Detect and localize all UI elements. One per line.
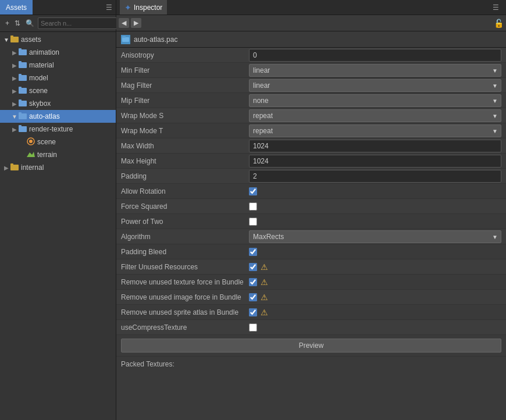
tree-item-label: assets [21,35,41,44]
prop-label-mip_filter: Mip Filter [121,97,249,105]
file-name: auto-atlas.pac [134,35,177,44]
prop-input-padding[interactable] [249,170,501,183]
tree-arrow[interactable]: ▶ [2,165,10,171]
tree-arrow[interactable]: ▶ [10,75,19,81]
prop-checkbox-force_squared[interactable] [249,202,257,211]
tree-item-scene[interactable]: ▶scene [0,84,116,97]
tree-item-render-texture[interactable]: ▶render-texture [0,123,116,136]
prop-select-algorithm[interactable]: MaxRectsGuillotine [249,230,501,243]
tree-item-label: material [29,61,54,69]
prop-select-wrap-wrap_mode_s: repeatclamp-to-edgemirrored-repeat▼ [249,109,501,122]
prop-label-remove_texture: Remove unused texture force in Bundle [121,278,249,286]
prop-value-wrap_mode_t: repeatclamp-to-edgemirrored-repeat▼ [249,124,501,137]
prop-row-remove_image: Remove unused image force in Bundle⚠ [116,290,506,305]
svg-rect-9 [19,87,22,89]
add-asset-button[interactable]: + [3,18,11,29]
inspector-tab[interactable]: ✦ Inspector [120,0,167,15]
folder-icon [19,74,27,83]
tree-arrow[interactable]: ▼ [2,37,10,43]
prop-checkbox-allow_rotation[interactable] [249,187,257,195]
inspector-nav: ◀ ▶ 🔓 [116,15,506,31]
lock-button[interactable]: 🔓 [494,19,504,28]
tree-arrow[interactable]: ▶ [10,62,19,69]
svg-rect-7 [19,74,22,76]
tree-arrow[interactable]: ▶ [10,88,19,94]
prop-select-min_filter[interactable]: linearnearestnearest-mip-nearestlinear-m… [249,64,501,77]
assets-toolbar: + ⇅ 🔍 ⊞ ↻ [0,15,116,32]
sort-button[interactable]: ⇅ [13,18,22,29]
tree-arrow[interactable]: ▶ [10,49,19,56]
inspector-tab-label: Inspector [134,3,162,12]
preview-button[interactable]: Preview [121,339,501,353]
svg-rect-15 [19,125,22,127]
prop-input-max_width[interactable] [249,140,501,152]
prop-label-compress_texture: useCompressTexture [121,323,249,332]
svg-rect-20 [10,163,13,166]
assets-panel-menu[interactable]: ☰ [102,3,116,12]
svg-point-17 [29,140,33,143]
prop-select-wrap_mode_s[interactable]: repeatclamp-to-edgemirrored-repeat [249,109,501,122]
nav-forward-button[interactable]: ▶ [131,18,141,28]
tree-arrow[interactable]: ▶ [10,101,19,107]
file-info-bar: auto-atlas.pac [116,31,506,48]
folder-icon [19,48,27,57]
warning-icon-remove_texture: ⚠ [261,277,268,287]
prop-label-max_height: Max Height [121,157,249,165]
prop-checkbox-remove_image[interactable] [249,293,257,301]
prop-label-remove_sprite: Remove unused sprite atlas in Bundle [121,308,249,316]
tree-item-model[interactable]: ▶model [0,72,116,84]
tree-item-internal[interactable]: ▶internal [0,161,116,174]
prop-checkbox-compress_texture[interactable] [249,323,257,332]
folder-icon [19,61,27,70]
prop-row-filter_unused: Filter Unused Resources⚠ [116,259,506,275]
prop-row-max_width: Max Width [116,138,506,154]
search-input[interactable] [38,17,124,29]
prop-label-min_filter: Min Filter [121,66,249,74]
svg-rect-3 [19,48,22,51]
prop-select-mag_filter[interactable]: linearnearest [249,79,501,92]
prop-label-padding_bleed: Padding Bleed [121,248,249,256]
prop-value-padding_bleed [249,248,501,256]
tree-item-label: skybox [29,99,51,108]
prop-label-power_of_two: Power of Two [121,218,249,226]
prop-row-allow_rotation: Allow Rotation [116,184,506,199]
tree-item-scene2[interactable]: scene [0,136,116,148]
tree-item-skybox[interactable]: ▶skybox [0,97,116,110]
prop-checkbox-power_of_two[interactable] [249,218,257,226]
prop-row-remove_sprite: Remove unused sprite atlas in Bundle⚠ [116,305,506,320]
assets-tab[interactable]: Assets [0,0,33,15]
nav-back-button[interactable]: ◀ [119,18,129,28]
prop-checkbox-remove_sprite[interactable] [249,308,257,316]
prop-value-allow_rotation [249,187,501,195]
folder-icon [19,112,27,121]
tree-item-label: scene [37,138,56,146]
prop-checkbox-remove_texture[interactable] [249,278,257,286]
tree-arrow[interactable]: ▶ [10,126,19,133]
warning-icon-remove_sprite: ⚠ [261,308,268,317]
prop-select-mip_filter[interactable]: nonenearestlinear [249,94,501,107]
prop-checkbox-filter_unused[interactable] [249,263,257,271]
prop-label-algorithm: Algorithm [121,233,249,241]
prop-input-anisotropy[interactable] [249,49,501,62]
prop-select-wrap-min_filter: linearnearestnearest-mip-nearestlinear-m… [249,64,501,77]
tree-item-terrain[interactable]: terrain [0,148,116,161]
tree-item-assets[interactable]: ▼assets [0,33,116,46]
prop-input-max_height[interactable] [249,155,501,168]
prop-value-power_of_two [249,218,501,226]
prop-row-padding_bleed: Padding Bleed [116,244,506,259]
inspector-header: ✦ Inspector ☰ [116,0,506,15]
svg-rect-11 [19,99,22,102]
tree-item-animation[interactable]: ▶animation [0,46,116,59]
tree-item-label: render-texture [29,125,73,133]
prop-checkbox-padding_bleed[interactable] [249,248,257,256]
prop-select-wrap_mode_t[interactable]: repeatclamp-to-edgemirrored-repeat [249,124,501,137]
folder-icon [19,125,27,134]
prop-value-wrap_mode_s: repeatclamp-to-edgemirrored-repeat▼ [249,109,501,122]
tree-arrow[interactable]: ▼ [10,113,19,120]
search-toggle-button[interactable]: 🔍 [24,18,36,29]
inspector-menu[interactable]: ☰ [489,3,503,12]
prop-value-anisotropy [249,49,501,62]
prop-value-force_squared [249,202,501,211]
tree-item-material[interactable]: ▶material [0,59,116,72]
tree-item-auto-atlas[interactable]: ▼auto-atlas [0,110,116,123]
